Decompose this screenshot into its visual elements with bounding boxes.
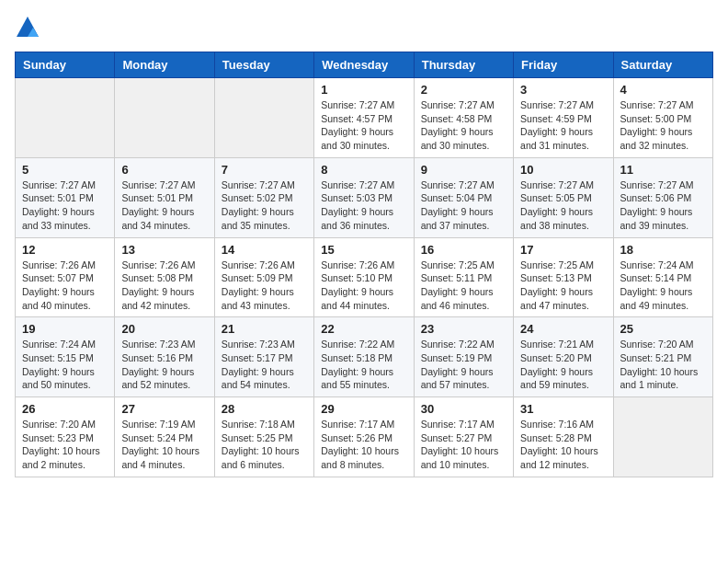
day-number: 6 xyxy=(121,163,207,177)
day-cell: 2Sunrise: 7:27 AM Sunset: 4:58 PM Daylig… xyxy=(414,78,513,158)
day-number: 4 xyxy=(620,83,706,97)
day-cell: 10Sunrise: 7:27 AM Sunset: 5:05 PM Dayli… xyxy=(514,157,613,237)
day-number: 29 xyxy=(321,402,406,416)
day-number: 3 xyxy=(520,83,606,97)
day-cell: 28Sunrise: 7:18 AM Sunset: 5:25 PM Dayli… xyxy=(214,397,313,477)
day-cell xyxy=(214,78,313,158)
day-cell: 24Sunrise: 7:21 AM Sunset: 5:20 PM Dayli… xyxy=(514,317,613,397)
day-info: Sunrise: 7:22 AM Sunset: 5:18 PM Dayligh… xyxy=(321,338,406,392)
day-info: Sunrise: 7:21 AM Sunset: 5:20 PM Dayligh… xyxy=(520,338,606,392)
week-row-1: 1Sunrise: 7:27 AM Sunset: 4:57 PM Daylig… xyxy=(16,78,713,158)
day-cell: 8Sunrise: 7:27 AM Sunset: 5:03 PM Daylig… xyxy=(314,157,414,237)
day-info: Sunrise: 7:27 AM Sunset: 5:02 PM Dayligh… xyxy=(222,178,307,233)
day-number: 8 xyxy=(321,163,406,177)
day-number: 2 xyxy=(421,83,506,97)
day-info: Sunrise: 7:26 AM Sunset: 5:08 PM Dayligh… xyxy=(121,259,207,313)
day-number: 17 xyxy=(520,243,606,257)
logo-icon xyxy=(15,15,40,40)
day-number: 7 xyxy=(222,163,307,177)
calendar-header-row: SundayMondayTuesdayWednesdayThursdayFrid… xyxy=(16,52,713,78)
col-header-sunday: Sunday xyxy=(16,52,115,78)
day-cell: 19Sunrise: 7:24 AM Sunset: 5:15 PM Dayli… xyxy=(16,317,115,397)
day-info: Sunrise: 7:27 AM Sunset: 5:01 PM Dayligh… xyxy=(121,178,207,233)
day-info: Sunrise: 7:19 AM Sunset: 5:24 PM Dayligh… xyxy=(121,418,207,472)
week-row-5: 26Sunrise: 7:20 AM Sunset: 5:23 PM Dayli… xyxy=(16,397,713,477)
day-info: Sunrise: 7:27 AM Sunset: 5:06 PM Dayligh… xyxy=(620,178,706,233)
day-info: Sunrise: 7:18 AM Sunset: 5:25 PM Dayligh… xyxy=(222,418,307,472)
day-info: Sunrise: 7:20 AM Sunset: 5:23 PM Dayligh… xyxy=(22,418,108,472)
day-info: Sunrise: 7:27 AM Sunset: 5:00 PM Dayligh… xyxy=(620,98,706,153)
day-cell: 30Sunrise: 7:17 AM Sunset: 5:27 PM Dayli… xyxy=(414,397,513,477)
day-cell: 1Sunrise: 7:27 AM Sunset: 4:57 PM Daylig… xyxy=(314,78,414,158)
day-cell: 15Sunrise: 7:26 AM Sunset: 5:10 PM Dayli… xyxy=(314,237,414,317)
calendar: SundayMondayTuesdayWednesdayThursdayFrid… xyxy=(15,52,713,477)
day-cell: 18Sunrise: 7:24 AM Sunset: 5:14 PM Dayli… xyxy=(613,237,712,317)
col-header-friday: Friday xyxy=(514,52,613,78)
day-cell: 16Sunrise: 7:25 AM Sunset: 5:11 PM Dayli… xyxy=(414,237,513,317)
day-cell xyxy=(115,78,214,158)
day-cell: 25Sunrise: 7:20 AM Sunset: 5:21 PM Dayli… xyxy=(613,317,712,397)
col-header-thursday: Thursday xyxy=(414,52,513,78)
day-cell: 27Sunrise: 7:19 AM Sunset: 5:24 PM Dayli… xyxy=(115,397,214,477)
week-row-4: 19Sunrise: 7:24 AM Sunset: 5:15 PM Dayli… xyxy=(16,317,713,397)
day-cell: 3Sunrise: 7:27 AM Sunset: 4:59 PM Daylig… xyxy=(514,78,613,158)
day-info: Sunrise: 7:23 AM Sunset: 5:17 PM Dayligh… xyxy=(222,338,307,392)
day-cell: 4Sunrise: 7:27 AM Sunset: 5:00 PM Daylig… xyxy=(613,78,712,158)
day-cell: 11Sunrise: 7:27 AM Sunset: 5:06 PM Dayli… xyxy=(613,157,712,237)
col-header-tuesday: Tuesday xyxy=(214,52,313,78)
day-info: Sunrise: 7:24 AM Sunset: 5:15 PM Dayligh… xyxy=(22,338,108,392)
day-info: Sunrise: 7:27 AM Sunset: 5:05 PM Dayligh… xyxy=(520,178,606,233)
logo xyxy=(15,15,44,40)
day-cell: 17Sunrise: 7:25 AM Sunset: 5:13 PM Dayli… xyxy=(514,237,613,317)
day-number: 19 xyxy=(22,322,108,336)
day-info: Sunrise: 7:20 AM Sunset: 5:21 PM Dayligh… xyxy=(620,338,706,392)
page-header xyxy=(15,15,713,40)
day-info: Sunrise: 7:27 AM Sunset: 5:04 PM Dayligh… xyxy=(421,178,506,233)
day-info: Sunrise: 7:27 AM Sunset: 4:58 PM Dayligh… xyxy=(421,98,506,153)
day-info: Sunrise: 7:27 AM Sunset: 5:03 PM Dayligh… xyxy=(321,178,406,233)
day-cell: 12Sunrise: 7:26 AM Sunset: 5:07 PM Dayli… xyxy=(16,237,115,317)
day-info: Sunrise: 7:26 AM Sunset: 5:10 PM Dayligh… xyxy=(321,259,406,313)
day-info: Sunrise: 7:27 AM Sunset: 5:01 PM Dayligh… xyxy=(22,178,108,233)
day-info: Sunrise: 7:16 AM Sunset: 5:28 PM Dayligh… xyxy=(520,418,606,472)
day-cell xyxy=(16,78,115,158)
day-info: Sunrise: 7:22 AM Sunset: 5:19 PM Dayligh… xyxy=(421,338,506,392)
day-number: 28 xyxy=(222,402,307,416)
day-cell: 9Sunrise: 7:27 AM Sunset: 5:04 PM Daylig… xyxy=(414,157,513,237)
day-cell: 22Sunrise: 7:22 AM Sunset: 5:18 PM Dayli… xyxy=(314,317,414,397)
day-number: 16 xyxy=(421,243,506,257)
day-info: Sunrise: 7:17 AM Sunset: 5:26 PM Dayligh… xyxy=(321,418,406,472)
day-info: Sunrise: 7:25 AM Sunset: 5:11 PM Dayligh… xyxy=(421,259,506,313)
day-info: Sunrise: 7:24 AM Sunset: 5:14 PM Dayligh… xyxy=(620,259,706,313)
day-cell: 6Sunrise: 7:27 AM Sunset: 5:01 PM Daylig… xyxy=(115,157,214,237)
col-header-wednesday: Wednesday xyxy=(314,52,414,78)
day-cell: 5Sunrise: 7:27 AM Sunset: 5:01 PM Daylig… xyxy=(16,157,115,237)
day-info: Sunrise: 7:27 AM Sunset: 4:57 PM Dayligh… xyxy=(321,98,406,153)
day-number: 11 xyxy=(620,163,706,177)
day-number: 27 xyxy=(121,402,207,416)
week-row-3: 12Sunrise: 7:26 AM Sunset: 5:07 PM Dayli… xyxy=(16,237,713,317)
day-number: 9 xyxy=(421,163,506,177)
day-number: 24 xyxy=(520,322,606,336)
day-info: Sunrise: 7:26 AM Sunset: 5:07 PM Dayligh… xyxy=(22,259,108,313)
day-number: 18 xyxy=(620,243,706,257)
day-number: 5 xyxy=(22,163,108,177)
day-cell: 20Sunrise: 7:23 AM Sunset: 5:16 PM Dayli… xyxy=(115,317,214,397)
day-info: Sunrise: 7:25 AM Sunset: 5:13 PM Dayligh… xyxy=(520,259,606,313)
day-cell: 31Sunrise: 7:16 AM Sunset: 5:28 PM Dayli… xyxy=(514,397,613,477)
day-cell: 13Sunrise: 7:26 AM Sunset: 5:08 PM Dayli… xyxy=(115,237,214,317)
day-cell: 7Sunrise: 7:27 AM Sunset: 5:02 PM Daylig… xyxy=(214,157,313,237)
day-cell: 21Sunrise: 7:23 AM Sunset: 5:17 PM Dayli… xyxy=(214,317,313,397)
day-number: 12 xyxy=(22,243,108,257)
day-number: 22 xyxy=(321,322,406,336)
day-info: Sunrise: 7:23 AM Sunset: 5:16 PM Dayligh… xyxy=(121,338,207,392)
day-info: Sunrise: 7:26 AM Sunset: 5:09 PM Dayligh… xyxy=(222,259,307,313)
day-info: Sunrise: 7:17 AM Sunset: 5:27 PM Dayligh… xyxy=(421,418,506,472)
day-number: 21 xyxy=(222,322,307,336)
col-header-saturday: Saturday xyxy=(613,52,712,78)
day-cell: 23Sunrise: 7:22 AM Sunset: 5:19 PM Dayli… xyxy=(414,317,513,397)
day-cell: 14Sunrise: 7:26 AM Sunset: 5:09 PM Dayli… xyxy=(214,237,313,317)
day-info: Sunrise: 7:27 AM Sunset: 4:59 PM Dayligh… xyxy=(520,98,606,153)
day-number: 15 xyxy=(321,243,406,257)
day-number: 14 xyxy=(222,243,307,257)
